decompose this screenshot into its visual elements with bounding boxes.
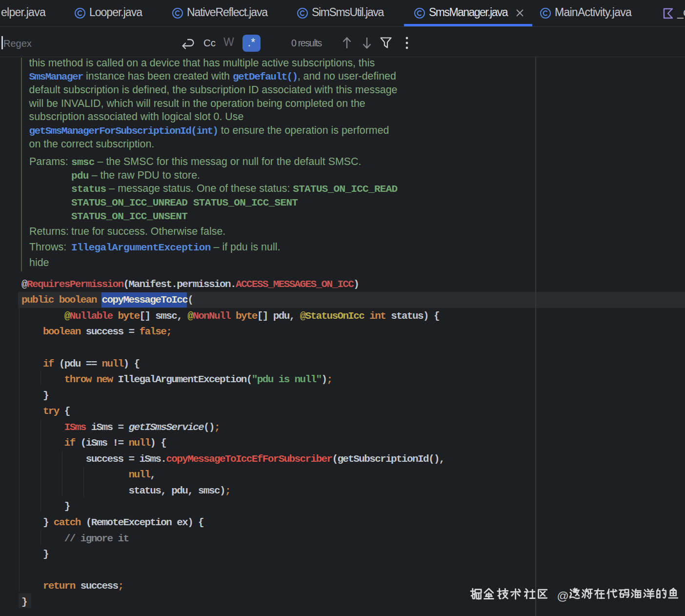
svg-text:@: @ [557,589,569,602]
